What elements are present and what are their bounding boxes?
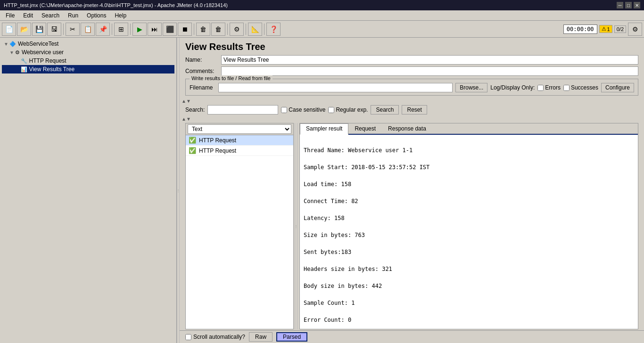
results-separator[interactable]: ⋮: [295, 123, 297, 329]
expand-button[interactable]: ⊞: [114, 23, 128, 36]
template-button[interactable]: 📐: [248, 23, 262, 36]
filename-input[interactable]: [218, 83, 453, 92]
tab-sampler-result[interactable]: Sampler result: [300, 123, 348, 135]
menu-run[interactable]: Run: [64, 11, 82, 20]
warning-count: 1: [607, 26, 610, 32]
comments-label: Comments:: [185, 68, 218, 74]
stop-now-button[interactable]: ⏹: [178, 23, 192, 36]
case-sensitive-checkbox[interactable]: [281, 107, 287, 113]
scroll-auto-label[interactable]: Scroll automatically?: [185, 334, 245, 340]
play-button[interactable]: ▶: [132, 23, 147, 36]
error-count: Error Count: 0: [304, 316, 634, 324]
browse-button[interactable]: Browse...: [455, 83, 487, 92]
comments-input[interactable]: [221, 66, 638, 76]
test-plan-tree: ▼ 🔷 WebServiceTest ▼ ⚙ Webservice user 🔧…: [0, 38, 177, 343]
tree-item-webservice-test[interactable]: ▼ 🔷 WebServiceTest: [2, 40, 174, 48]
arrow-up-2[interactable]: ▲: [182, 116, 186, 122]
settings-button[interactable]: ⚙: [628, 23, 642, 36]
regular-exp-checkbox[interactable]: [328, 107, 334, 113]
tree-item-label: WebServiceTest: [18, 41, 58, 47]
tabs-row: Sampler result Request Response data: [300, 123, 638, 135]
result-item-label-2: HTTP Request: [199, 147, 236, 154]
spacer: [17, 58, 20, 64]
expand-icon: ▼: [9, 50, 14, 55]
menu-search[interactable]: Search: [38, 11, 63, 20]
expand-icon: ▼: [4, 41, 8, 47]
case-sensitive-label[interactable]: Case sensitive: [281, 106, 325, 113]
arrow-down[interactable]: ▼: [186, 98, 191, 104]
help-button[interactable]: ❓: [266, 23, 281, 36]
function-helper-button[interactable]: ⚙: [230, 23, 244, 36]
arrow-down-2[interactable]: ▼: [186, 116, 191, 122]
counter-badge: 0/2: [614, 25, 626, 33]
raw-button[interactable]: Raw: [249, 332, 272, 342]
paste-button[interactable]: 📌: [96, 23, 110, 36]
result-item-2[interactable]: ✅ HTTP Request: [186, 146, 293, 156]
maximize-button[interactable]: □: [625, 2, 632, 8]
result-item-1[interactable]: ✅ HTTP Request: [186, 135, 293, 146]
load-time: Load time: 158: [304, 180, 634, 188]
clear-button[interactable]: 🗑: [196, 23, 210, 36]
menubar: File Edit Search Run Options Help: [0, 10, 644, 21]
open-button[interactable]: 📂: [17, 23, 31, 36]
tab-request[interactable]: Request: [348, 123, 382, 134]
save-as-button[interactable]: 🖫: [47, 23, 61, 36]
toolbar-sep-4: [194, 24, 194, 35]
results-list-header: Text RegExp Tester CSS/JQuery Tester XPa…: [186, 123, 293, 135]
write-section-title: Write results to file / Read from file: [190, 75, 272, 81]
toolbar-sep-6: [246, 24, 246, 35]
name-input[interactable]: [221, 55, 638, 65]
thread-name: Thread Name: Webservice user 1-1: [304, 146, 634, 155]
search-input[interactable]: [207, 105, 278, 114]
errors-label: Errors: [545, 84, 561, 91]
body-size: Body size in bytes: 442: [304, 282, 634, 290]
menu-help[interactable]: Help: [111, 11, 130, 20]
new-button[interactable]: 📄: [2, 23, 16, 36]
result-item-label-1: HTTP Request: [199, 137, 236, 144]
arrow-up[interactable]: ▲: [182, 98, 186, 104]
play-no-pause-button[interactable]: ⏭: [148, 23, 162, 36]
clear-all-button[interactable]: 🗑: [211, 23, 225, 36]
successes-label: Successes: [571, 84, 598, 91]
sample-start: Sample Start: 2018-05-15 23:57:52 IST: [304, 163, 634, 172]
scroll-auto-checkbox[interactable]: [185, 334, 191, 340]
right-panel: View Results Tree Name: Comments: Write …: [180, 38, 644, 343]
bottom-bar: Scroll automatically? Raw Parsed: [180, 330, 644, 343]
headers-size: Headers size in bytes: 321: [304, 265, 634, 273]
successes-checkbox-label[interactable]: Successes: [563, 84, 598, 91]
configure-button[interactable]: Configure: [601, 83, 634, 92]
warning-badge: ⚠ 1: [599, 25, 612, 33]
success-icon-2: ✅: [189, 147, 196, 154]
minimize-button[interactable]: ─: [617, 2, 623, 8]
spacer: [17, 67, 20, 72]
menu-file[interactable]: File: [2, 11, 18, 20]
tree-item-http-request[interactable]: 🔧 HTTP Request: [2, 57, 174, 65]
close-button[interactable]: ✕: [634, 2, 640, 8]
stop-button[interactable]: ⬛: [163, 23, 177, 36]
title-text: HTTP_test.jmx (C:\JMeter\apache-jmeter-4…: [4, 2, 228, 8]
toolbar-sep-7: [264, 24, 264, 35]
cut-button[interactable]: ✂: [66, 23, 80, 36]
window-controls: ─ □ ✕: [617, 2, 640, 8]
tab-response-data[interactable]: Response data: [382, 123, 432, 134]
menu-edit[interactable]: Edit: [19, 11, 37, 20]
save-button[interactable]: 💾: [32, 23, 46, 36]
text-format-dropdown[interactable]: Text RegExp Tester CSS/JQuery Tester XPa…: [188, 124, 291, 134]
reset-button[interactable]: Reset: [402, 105, 427, 114]
regular-exp-label[interactable]: Regular exp.: [328, 106, 368, 113]
parsed-button[interactable]: Parsed: [276, 332, 307, 342]
test-plan-icon: 🔷: [9, 41, 16, 47]
name-label: Name:: [185, 57, 218, 63]
tree-item-view-results-tree[interactable]: 📊 View Results Tree: [2, 65, 174, 74]
tree-item-webservice-user[interactable]: ▼ ⚙ Webservice user: [2, 48, 174, 57]
copy-button[interactable]: 📋: [81, 23, 95, 36]
successes-checkbox[interactable]: [563, 85, 570, 91]
errors-checkbox-label[interactable]: Errors: [537, 84, 561, 91]
errors-checkbox[interactable]: [537, 85, 544, 91]
menu-options[interactable]: Options: [83, 11, 110, 20]
titlebar: HTTP_test.jmx (C:\JMeter\apache-jmeter-4…: [0, 0, 644, 10]
filename-label: Filename: [190, 84, 215, 91]
search-button[interactable]: Search: [371, 105, 399, 114]
sent-bytes: Sent bytes:183: [304, 248, 634, 256]
file-row: Filename Browse... Log/Display Only: Err…: [190, 81, 634, 93]
